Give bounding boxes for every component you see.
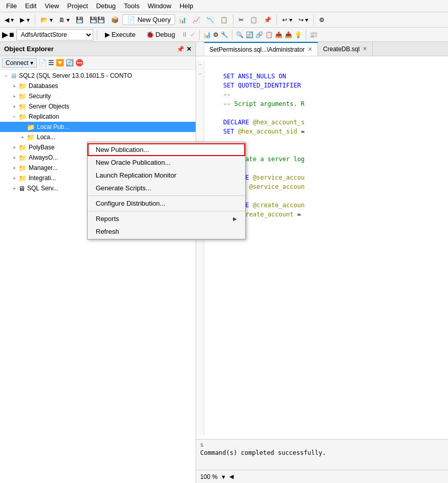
icon-btn1[interactable]: 🗎 ▾ xyxy=(56,13,72,27)
icon-btn18[interactable]: 💡 xyxy=(294,31,302,38)
tree-local-sub[interactable]: + 📁 Loca... xyxy=(0,132,196,142)
ctx-new-oracle-publication[interactable]: New Oracle Publication... xyxy=(88,156,245,169)
icon-btn13[interactable]: 🔄 xyxy=(246,31,253,38)
list-view-icon[interactable]: ☰ xyxy=(48,59,54,67)
icon-btn7[interactable]: ▶ xyxy=(2,30,8,39)
sql-server-expand-icon[interactable]: + xyxy=(10,186,18,191)
object-explorer: Object Explorer 📌 ✕ Connect ▾ 📄 ☰ 🔽 🔄 ⛔ … xyxy=(0,42,196,483)
tab-set-permissions-close[interactable]: ✕ xyxy=(308,46,312,53)
sql-text-area[interactable]: SET ANSI_NULLS ON SET QUOTED_IDENTIFIER … xyxy=(204,60,448,435)
connect-button[interactable]: Connect ▾ xyxy=(2,58,37,68)
undo-button[interactable]: ↩ ▾ xyxy=(280,13,294,27)
icon-btn10[interactable]: ⚙ xyxy=(213,31,219,38)
sep6 xyxy=(199,30,200,40)
ctx-configure-distribution[interactable]: Configure Distribution... xyxy=(88,197,245,210)
close-icon[interactable]: ✕ xyxy=(186,46,191,53)
icon-btn2[interactable]: 📦 xyxy=(109,13,121,27)
icon-btn12[interactable]: 🔍 xyxy=(236,31,244,38)
menu-help[interactable]: Help xyxy=(176,1,198,11)
ctx-generate-scripts[interactable]: Generate Scripts... xyxy=(88,182,245,194)
icon-btn3[interactable]: 📊 xyxy=(176,13,189,27)
save-all-button[interactable]: 💾💾 xyxy=(87,13,108,27)
scroll-left-icon[interactable]: ◀ xyxy=(229,473,233,480)
menu-window[interactable]: Window xyxy=(143,1,175,11)
replication-expand-icon[interactable]: − xyxy=(10,114,18,120)
menu-debug[interactable]: Debug xyxy=(92,1,120,11)
local-sub-expand-icon[interactable]: + xyxy=(18,135,27,140)
object-explorer-header: Object Explorer 📌 ✕ xyxy=(0,42,196,56)
forward-button[interactable]: ▶ ▾ xyxy=(17,13,32,27)
sql-editor[interactable]: − − SET ANSI_NULLS ON SET QUOTED_IDENTIF… xyxy=(196,56,448,439)
always-on-expand-icon[interactable]: + xyxy=(10,155,18,161)
tree-local-pub[interactable]: 📁 Local Pub... xyxy=(0,122,196,132)
sql-line-6 xyxy=(204,108,448,118)
icon-btn11[interactable]: 🔧 xyxy=(221,31,228,38)
tab-set-permissions[interactable]: SetPermissions.sql...\Administrator ✕ xyxy=(204,42,318,56)
zoom-label: 100 % xyxy=(200,473,218,480)
results-bar: s Command(s) completed successfully. xyxy=(196,439,448,470)
ctx-reports-arrow: ▶ xyxy=(233,216,237,222)
server-objects-label: Server Objects xyxy=(29,103,69,110)
tab-create-db[interactable]: CreateDB.sql ✕ xyxy=(318,42,373,56)
ctx-reports-label: Reports xyxy=(96,215,119,223)
filter-icon[interactable]: 🔽 xyxy=(56,59,64,67)
security-expand-icon[interactable]: + xyxy=(10,94,18,99)
menu-edit[interactable]: Edit xyxy=(21,1,40,11)
save-button[interactable]: 💾 xyxy=(73,13,86,27)
tab-create-db-close[interactable]: ✕ xyxy=(362,46,367,52)
fold-1[interactable]: − xyxy=(196,60,204,70)
icon-btn14[interactable]: 🔗 xyxy=(255,31,263,38)
menu-tools[interactable]: Tools xyxy=(120,1,143,11)
tree-security[interactable]: + 📁 Security xyxy=(0,91,196,101)
polybase-expand-icon[interactable]: + xyxy=(10,145,18,150)
execute-button[interactable]: ▶ Execute xyxy=(101,30,140,39)
icon-btn15[interactable]: 📋 xyxy=(265,31,273,38)
stop-icon[interactable]: ⛔ xyxy=(75,59,83,67)
tree-databases[interactable]: + 📁 Databases xyxy=(0,81,196,91)
icon-btn19[interactable]: 📰 xyxy=(310,31,317,38)
replication-icon: 📁 xyxy=(18,113,27,121)
ctx-launch-replication-monitor[interactable]: Launch Replication Monitor xyxy=(88,169,245,182)
redo-button[interactable]: ↪ ▾ xyxy=(296,13,311,27)
pin-icon[interactable]: 📌 xyxy=(177,46,184,53)
icon-btn9[interactable]: 📊 xyxy=(203,31,211,38)
settings-button[interactable]: ⚙ xyxy=(316,13,327,27)
debug-button[interactable]: 🐞 Debug xyxy=(142,30,179,39)
new-query-button[interactable]: 📄 New Query xyxy=(122,14,175,25)
back-button[interactable]: ◀ ▾ xyxy=(2,13,16,27)
tree-replication[interactable]: − 📁 Replication xyxy=(0,112,196,122)
server-label: SQL2 (SQL Server 13.0.1601.5 - CONTO xyxy=(19,72,132,79)
icon-btn16[interactable]: 📤 xyxy=(275,31,283,38)
menu-file[interactable]: File xyxy=(2,1,21,11)
icon-btn8[interactable]: ■ xyxy=(9,30,14,39)
tree-server[interactable]: − 🖥 SQL2 (SQL Server 13.0.1601.5 - CONTO xyxy=(0,71,196,81)
databases-expand-icon[interactable]: + xyxy=(10,83,18,89)
sql-text-7: DECLARE @hex_account_s xyxy=(208,118,305,127)
ctx-new-publication[interactable]: New Publication... xyxy=(88,143,245,156)
fold-2[interactable]: − xyxy=(196,70,204,79)
icon-btn17[interactable]: 📥 xyxy=(285,31,292,38)
server-objects-expand-icon[interactable]: + xyxy=(10,104,18,109)
sql-line-4: -- xyxy=(204,90,448,99)
cut-button[interactable]: ✂ xyxy=(236,13,246,27)
tree-server-objects[interactable]: + 📁 Server Objects xyxy=(0,101,196,112)
zoom-dropdown-icon[interactable]: ▼ xyxy=(221,474,226,480)
icon-btn5[interactable]: 📉 xyxy=(204,13,217,27)
ctx-refresh[interactable]: Refresh xyxy=(88,225,245,238)
management-expand-icon[interactable]: + xyxy=(10,165,18,171)
open-button[interactable]: 📂 ▾ xyxy=(38,13,55,27)
refresh-icon[interactable]: 🔄 xyxy=(66,59,74,67)
paste-button[interactable]: 📌 xyxy=(261,13,274,27)
menu-view[interactable]: View xyxy=(40,1,63,11)
sql-text-2: SET ANSI_NULLS ON xyxy=(208,72,286,81)
icon-btn6[interactable]: 📋 xyxy=(218,13,230,27)
copy-button[interactable]: 📋 xyxy=(247,13,260,27)
database-selector[interactable]: AdfsArtifactStore xyxy=(16,29,93,40)
server-expand-icon[interactable]: − xyxy=(2,73,10,79)
integration-expand-icon[interactable]: + xyxy=(10,175,18,181)
icon-btn4[interactable]: 📈 xyxy=(190,13,203,27)
ctx-reports[interactable]: Reports ▶ xyxy=(88,212,245,225)
new-query-icon[interactable]: 📄 xyxy=(38,59,47,67)
menu-project[interactable]: Project xyxy=(63,1,92,11)
sep1 xyxy=(35,15,35,25)
